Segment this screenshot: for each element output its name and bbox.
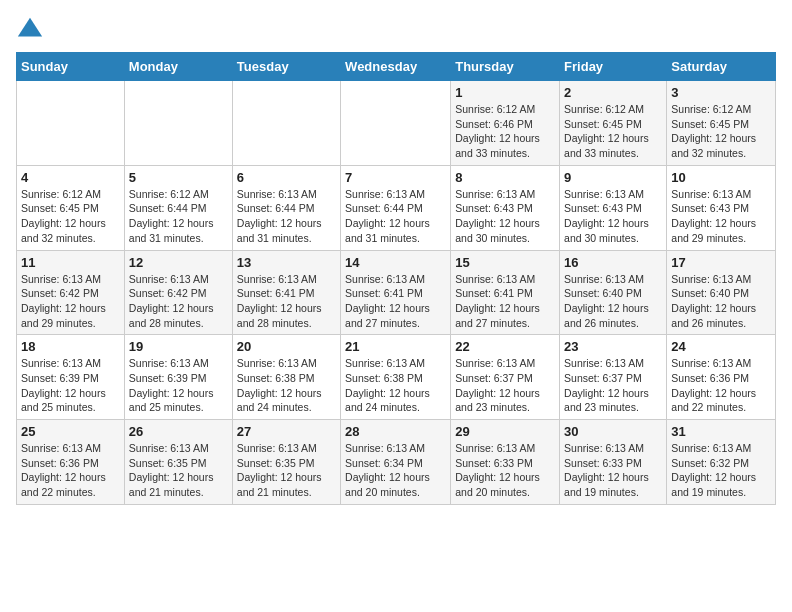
calendar-cell: 19Sunrise: 6:13 AM Sunset: 6:39 PM Dayli…: [124, 335, 232, 420]
calendar-cell: 27Sunrise: 6:13 AM Sunset: 6:35 PM Dayli…: [232, 420, 340, 505]
logo: [16, 16, 48, 44]
header-day: Wednesday: [341, 53, 451, 81]
day-number: 2: [564, 85, 662, 100]
calendar-cell: 16Sunrise: 6:13 AM Sunset: 6:40 PM Dayli…: [560, 250, 667, 335]
calendar-cell: 31Sunrise: 6:13 AM Sunset: 6:32 PM Dayli…: [667, 420, 776, 505]
day-details: Sunrise: 6:13 AM Sunset: 6:39 PM Dayligh…: [21, 356, 120, 415]
day-number: 6: [237, 170, 336, 185]
day-details: Sunrise: 6:12 AM Sunset: 6:44 PM Dayligh…: [129, 187, 228, 246]
day-number: 25: [21, 424, 120, 439]
calendar-table: SundayMondayTuesdayWednesdayThursdayFrid…: [16, 52, 776, 505]
day-details: Sunrise: 6:13 AM Sunset: 6:37 PM Dayligh…: [455, 356, 555, 415]
calendar-week: 18Sunrise: 6:13 AM Sunset: 6:39 PM Dayli…: [17, 335, 776, 420]
day-details: Sunrise: 6:13 AM Sunset: 6:41 PM Dayligh…: [345, 272, 446, 331]
day-number: 15: [455, 255, 555, 270]
day-number: 19: [129, 339, 228, 354]
day-number: 30: [564, 424, 662, 439]
day-number: 29: [455, 424, 555, 439]
day-details: Sunrise: 6:13 AM Sunset: 6:35 PM Dayligh…: [129, 441, 228, 500]
day-details: Sunrise: 6:13 AM Sunset: 6:33 PM Dayligh…: [455, 441, 555, 500]
day-details: Sunrise: 6:13 AM Sunset: 6:43 PM Dayligh…: [671, 187, 771, 246]
calendar-week: 25Sunrise: 6:13 AM Sunset: 6:36 PM Dayli…: [17, 420, 776, 505]
day-details: Sunrise: 6:13 AM Sunset: 6:41 PM Dayligh…: [237, 272, 336, 331]
calendar-week: 1Sunrise: 6:12 AM Sunset: 6:46 PM Daylig…: [17, 81, 776, 166]
calendar-cell: 26Sunrise: 6:13 AM Sunset: 6:35 PM Dayli…: [124, 420, 232, 505]
calendar-cell: 1Sunrise: 6:12 AM Sunset: 6:46 PM Daylig…: [451, 81, 560, 166]
day-details: Sunrise: 6:13 AM Sunset: 6:43 PM Dayligh…: [564, 187, 662, 246]
day-details: Sunrise: 6:13 AM Sunset: 6:43 PM Dayligh…: [455, 187, 555, 246]
day-details: Sunrise: 6:12 AM Sunset: 6:45 PM Dayligh…: [671, 102, 771, 161]
day-details: Sunrise: 6:13 AM Sunset: 6:33 PM Dayligh…: [564, 441, 662, 500]
calendar-cell: 6Sunrise: 6:13 AM Sunset: 6:44 PM Daylig…: [232, 165, 340, 250]
day-number: 28: [345, 424, 446, 439]
day-number: 5: [129, 170, 228, 185]
day-number: 7: [345, 170, 446, 185]
day-number: 3: [671, 85, 771, 100]
svg-marker-0: [18, 18, 42, 37]
calendar-cell: 9Sunrise: 6:13 AM Sunset: 6:43 PM Daylig…: [560, 165, 667, 250]
day-number: 4: [21, 170, 120, 185]
calendar-cell: 29Sunrise: 6:13 AM Sunset: 6:33 PM Dayli…: [451, 420, 560, 505]
calendar-cell: 5Sunrise: 6:12 AM Sunset: 6:44 PM Daylig…: [124, 165, 232, 250]
day-number: 17: [671, 255, 771, 270]
calendar-cell: 13Sunrise: 6:13 AM Sunset: 6:41 PM Dayli…: [232, 250, 340, 335]
logo-icon: [16, 16, 44, 44]
calendar-cell: 11Sunrise: 6:13 AM Sunset: 6:42 PM Dayli…: [17, 250, 125, 335]
header-day: Tuesday: [232, 53, 340, 81]
day-details: Sunrise: 6:13 AM Sunset: 6:40 PM Dayligh…: [564, 272, 662, 331]
calendar-cell: 2Sunrise: 6:12 AM Sunset: 6:45 PM Daylig…: [560, 81, 667, 166]
day-details: Sunrise: 6:13 AM Sunset: 6:44 PM Dayligh…: [345, 187, 446, 246]
day-number: 16: [564, 255, 662, 270]
header-row: SundayMondayTuesdayWednesdayThursdayFrid…: [17, 53, 776, 81]
day-number: 14: [345, 255, 446, 270]
calendar-cell: 28Sunrise: 6:13 AM Sunset: 6:34 PM Dayli…: [341, 420, 451, 505]
header-day: Monday: [124, 53, 232, 81]
day-number: 31: [671, 424, 771, 439]
day-details: Sunrise: 6:13 AM Sunset: 6:44 PM Dayligh…: [237, 187, 336, 246]
calendar-cell: 30Sunrise: 6:13 AM Sunset: 6:33 PM Dayli…: [560, 420, 667, 505]
day-number: 11: [21, 255, 120, 270]
calendar-cell: [341, 81, 451, 166]
page-header: [16, 16, 776, 44]
calendar-cell: 8Sunrise: 6:13 AM Sunset: 6:43 PM Daylig…: [451, 165, 560, 250]
calendar-cell: 7Sunrise: 6:13 AM Sunset: 6:44 PM Daylig…: [341, 165, 451, 250]
calendar-cell: 25Sunrise: 6:13 AM Sunset: 6:36 PM Dayli…: [17, 420, 125, 505]
day-number: 18: [21, 339, 120, 354]
day-details: Sunrise: 6:13 AM Sunset: 6:42 PM Dayligh…: [21, 272, 120, 331]
calendar-cell: 24Sunrise: 6:13 AM Sunset: 6:36 PM Dayli…: [667, 335, 776, 420]
calendar-cell: 4Sunrise: 6:12 AM Sunset: 6:45 PM Daylig…: [17, 165, 125, 250]
calendar-week: 4Sunrise: 6:12 AM Sunset: 6:45 PM Daylig…: [17, 165, 776, 250]
calendar-cell: 20Sunrise: 6:13 AM Sunset: 6:38 PM Dayli…: [232, 335, 340, 420]
calendar-cell: 18Sunrise: 6:13 AM Sunset: 6:39 PM Dayli…: [17, 335, 125, 420]
day-details: Sunrise: 6:13 AM Sunset: 6:41 PM Dayligh…: [455, 272, 555, 331]
calendar-week: 11Sunrise: 6:13 AM Sunset: 6:42 PM Dayli…: [17, 250, 776, 335]
day-number: 10: [671, 170, 771, 185]
calendar-cell: 22Sunrise: 6:13 AM Sunset: 6:37 PM Dayli…: [451, 335, 560, 420]
header-day: Thursday: [451, 53, 560, 81]
day-number: 20: [237, 339, 336, 354]
day-number: 12: [129, 255, 228, 270]
calendar-cell: 15Sunrise: 6:13 AM Sunset: 6:41 PM Dayli…: [451, 250, 560, 335]
header-day: Friday: [560, 53, 667, 81]
day-number: 23: [564, 339, 662, 354]
calendar-cell: 3Sunrise: 6:12 AM Sunset: 6:45 PM Daylig…: [667, 81, 776, 166]
calendar-cell: [124, 81, 232, 166]
day-number: 26: [129, 424, 228, 439]
day-number: 24: [671, 339, 771, 354]
calendar-cell: 10Sunrise: 6:13 AM Sunset: 6:43 PM Dayli…: [667, 165, 776, 250]
day-number: 8: [455, 170, 555, 185]
day-details: Sunrise: 6:13 AM Sunset: 6:34 PM Dayligh…: [345, 441, 446, 500]
day-details: Sunrise: 6:13 AM Sunset: 6:38 PM Dayligh…: [345, 356, 446, 415]
calendar-cell: 17Sunrise: 6:13 AM Sunset: 6:40 PM Dayli…: [667, 250, 776, 335]
calendar-cell: [232, 81, 340, 166]
calendar-header: SundayMondayTuesdayWednesdayThursdayFrid…: [17, 53, 776, 81]
calendar-cell: [17, 81, 125, 166]
calendar-cell: 23Sunrise: 6:13 AM Sunset: 6:37 PM Dayli…: [560, 335, 667, 420]
day-details: Sunrise: 6:13 AM Sunset: 6:36 PM Dayligh…: [671, 356, 771, 415]
day-details: Sunrise: 6:12 AM Sunset: 6:46 PM Dayligh…: [455, 102, 555, 161]
calendar-body: 1Sunrise: 6:12 AM Sunset: 6:46 PM Daylig…: [17, 81, 776, 505]
header-day: Sunday: [17, 53, 125, 81]
day-details: Sunrise: 6:12 AM Sunset: 6:45 PM Dayligh…: [21, 187, 120, 246]
calendar-cell: 21Sunrise: 6:13 AM Sunset: 6:38 PM Dayli…: [341, 335, 451, 420]
day-details: Sunrise: 6:13 AM Sunset: 6:37 PM Dayligh…: [564, 356, 662, 415]
